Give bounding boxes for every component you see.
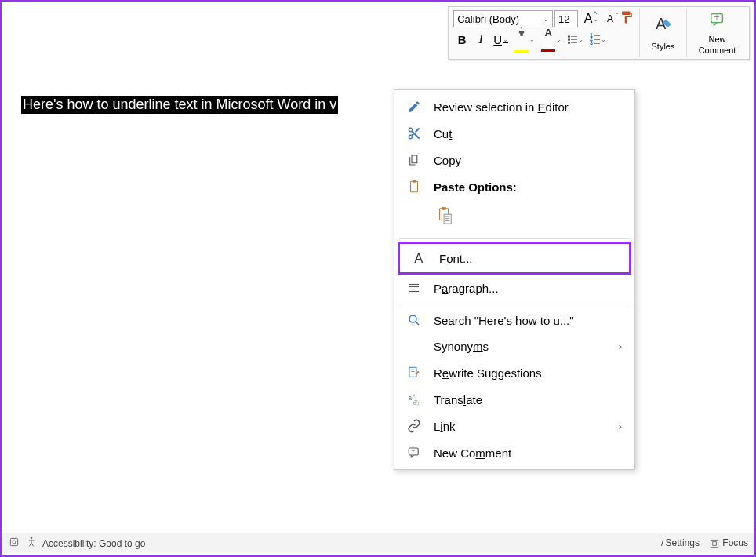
menu-font[interactable]: A Font...	[398, 242, 631, 275]
svg-rect-28	[711, 540, 718, 547]
menu-copy[interactable]: Copy	[394, 147, 634, 173]
menu-translate[interactable]: aあ Translate	[394, 386, 634, 413]
svg-point-26	[13, 541, 16, 544]
svg-rect-4	[413, 180, 416, 183]
status-bar: Accessibility: Good to go / Settings Foc…	[2, 533, 754, 553]
highlight-button[interactable]: ⌄	[512, 31, 537, 48]
menu-search[interactable]: Search "Here's how to u..."	[394, 307, 634, 333]
menu-synonyms[interactable]: Synonyms ›	[394, 333, 634, 359]
shrink-font-button[interactable]: Aˇ	[598, 10, 616, 27]
new-comment-label-2: Comment	[699, 46, 736, 55]
chevron-right-icon: ›	[619, 340, 622, 352]
chevron-down-icon: ⌄	[543, 15, 549, 23]
chevron-down-icon: ⌄	[601, 36, 606, 43]
translate-icon: aあ	[405, 392, 423, 406]
chevron-down-icon: ⌄	[503, 36, 508, 43]
menu-label: Review selection in Editor	[434, 100, 622, 114]
grow-font-button[interactable]: A^	[580, 10, 597, 27]
bullets-button[interactable]: ⌄	[565, 31, 586, 48]
menu-label: New Comment	[434, 446, 622, 460]
svg-rect-29	[713, 542, 717, 546]
svg-line-17	[416, 322, 419, 325]
selected-text[interactable]: Here's how to underline text in Microsof…	[21, 96, 338, 114]
menu-review-editor[interactable]: Review selection in Editor	[394, 93, 634, 120]
chevron-right-icon: ›	[619, 420, 622, 432]
styles-icon: A	[653, 15, 674, 40]
menu-separator	[399, 238, 630, 239]
paste-keep-source-button[interactable]	[432, 203, 457, 228]
numbering-button[interactable]: 1 2 3 ⌄	[587, 31, 609, 48]
font-color-button[interactable]: A ⌄	[539, 31, 564, 48]
styles-button[interactable]: A Styles	[639, 9, 686, 57]
font-icon: A	[411, 250, 428, 266]
underline-button[interactable]: U ⌄	[491, 31, 511, 48]
menu-link[interactable]: Link ›	[394, 413, 634, 439]
menu-label: Link	[434, 420, 608, 433]
search-icon	[405, 313, 423, 327]
menu-cut[interactable]: Cut	[394, 120, 634, 147]
svg-rect-18	[409, 367, 416, 377]
menu-label: Cut	[434, 127, 622, 140]
font-color-icon: A	[544, 27, 551, 38]
tts-icon[interactable]	[8, 536, 20, 551]
bullets-icon	[568, 35, 577, 44]
styles-label: Styles	[652, 42, 675, 51]
svg-text:+: +	[714, 12, 719, 23]
menu-label: Synonyms	[434, 340, 608, 353]
rewrite-icon	[405, 366, 423, 380]
copy-icon	[405, 153, 423, 167]
menu-label: Paragraph...	[434, 282, 622, 295]
accessibility-icon[interactable]	[25, 536, 38, 551]
svg-text:A: A	[414, 251, 423, 266]
scissors-icon	[405, 126, 423, 140]
chevron-down-icon: ⌄	[529, 36, 535, 43]
link-icon	[405, 419, 423, 433]
svg-rect-6	[442, 207, 446, 210]
chevron-down-icon: ⌄	[556, 36, 562, 43]
svg-point-16	[409, 315, 416, 322]
pencil-icon	[405, 100, 423, 114]
paste-option-icon	[436, 206, 453, 225]
menu-label: Search "Here's how to u..."	[434, 314, 622, 327]
new-comment-label-1: New	[708, 35, 725, 44]
mini-toolbar: Calibri (Body) ⌄ 12 ⌄ A^ Aˇ B I	[448, 6, 750, 60]
paintbrush-icon	[620, 10, 634, 27]
context-menu: Review selection in Editor Cut Copy Past…	[394, 89, 635, 470]
menu-label: Font...	[439, 252, 616, 265]
format-painter-button[interactable]	[617, 10, 636, 27]
menu-paragraph[interactable]: Paragraph...	[394, 275, 634, 301]
chevron-down-icon: ⌄	[578, 36, 583, 43]
clipboard-icon	[405, 180, 423, 194]
numbering-icon: 1 2 3	[590, 34, 600, 45]
bold-button[interactable]: B	[453, 31, 471, 48]
highlighter-icon	[516, 27, 527, 39]
paragraph-icon	[405, 281, 423, 295]
menu-rewrite[interactable]: Rewrite Suggestions	[394, 359, 634, 386]
menu-label: Translate	[434, 393, 622, 406]
menu-label: Paste Options:	[434, 180, 622, 194]
menu-label: Rewrite Suggestions	[434, 366, 622, 380]
font-size-value: 12	[558, 13, 569, 25]
focus-button[interactable]: Focus	[709, 537, 748, 549]
svg-rect-25	[10, 538, 17, 545]
svg-text:+: +	[411, 447, 415, 455]
font-size-select[interactable]: 12 ⌄	[554, 10, 578, 27]
new-comment-button[interactable]: + New Comment	[686, 9, 747, 57]
comment-icon: +	[405, 446, 423, 460]
menu-paste-options-header: Paste Options:	[394, 173, 634, 200]
menu-new-comment[interactable]: + New Comment	[394, 439, 634, 466]
new-comment-icon: +	[707, 11, 728, 33]
font-name-select[interactable]: Calibri (Body) ⌄	[453, 10, 553, 27]
menu-separator	[399, 304, 630, 304]
font-name-value: Calibri (Body)	[457, 13, 519, 25]
menu-label: Copy	[434, 154, 622, 167]
italic-button[interactable]: I	[472, 31, 489, 48]
display-settings-button[interactable]: / Settings	[661, 537, 700, 548]
paste-options-row	[394, 200, 634, 236]
svg-rect-3	[411, 181, 418, 192]
svg-text:a: a	[409, 395, 413, 402]
accessibility-status[interactable]: Accessibility: Good to go	[42, 538, 145, 549]
svg-point-27	[31, 537, 33, 539]
